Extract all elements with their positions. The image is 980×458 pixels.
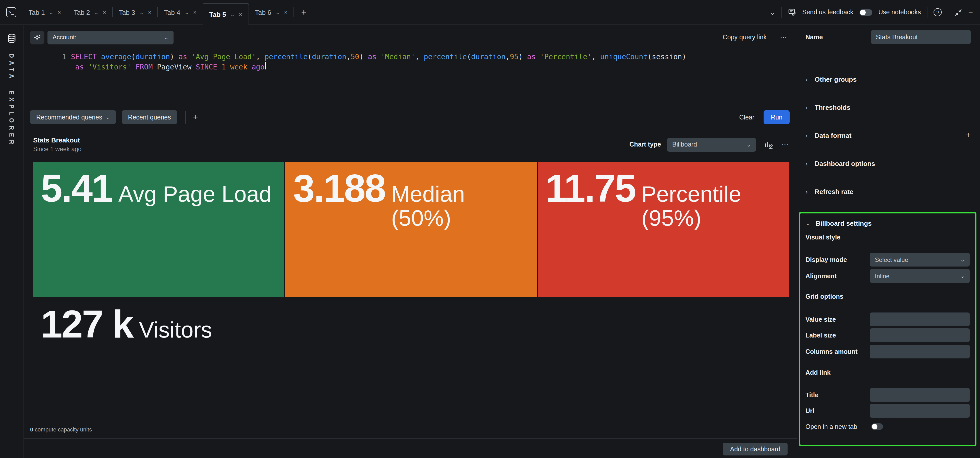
chevron-down-icon: ⌄ xyxy=(106,115,110,120)
columns-amount-label: Columns amount xyxy=(805,348,858,355)
chart-menu-icon[interactable]: ⋯ xyxy=(781,140,789,148)
open-new-tab-toggle[interactable] xyxy=(871,423,883,430)
chart-title-block: Stats Breakout Since 1 week ago xyxy=(33,136,81,153)
billboard-value: 127 k xyxy=(41,305,133,344)
chevron-down-icon[interactable]: ⌄ xyxy=(230,11,235,18)
send-feedback-link[interactable]: Send us feedback xyxy=(802,9,853,16)
close-icon[interactable]: × xyxy=(193,9,197,15)
query-editor[interactable]: 1 SELECT average(duration) as 'Avg Page … xyxy=(59,51,787,72)
account-dropdown[interactable]: Account: ⌄ xyxy=(48,30,173,44)
chevron-down-icon[interactable]: ⌄ xyxy=(49,9,54,16)
tab-label: Tab 5 xyxy=(209,10,226,18)
add-to-dashboard-button[interactable]: Add to dashboard xyxy=(723,443,788,455)
chart-header: Stats Breakout Since 1 week ago Chart ty… xyxy=(33,136,789,153)
compute-cost-text: 0 compute capacity units xyxy=(30,426,92,432)
group-thresholds[interactable]: › Thresholds xyxy=(805,100,971,114)
chevron-down-icon[interactable]: ⌄ xyxy=(94,9,99,16)
visual-style-section: Visual style xyxy=(805,230,970,244)
value-size-row: Value size xyxy=(805,313,970,326)
divider xyxy=(24,438,797,439)
grid-options-section: Grid options xyxy=(805,289,970,303)
group-label: Dashboard options xyxy=(815,160,875,167)
chevron-down-icon: ⌄ xyxy=(960,257,965,262)
chevron-down-icon: ⌄ xyxy=(805,220,816,227)
rail-title: DATA EXPLORER xyxy=(8,54,14,147)
label-size-input[interactable] xyxy=(870,328,970,342)
title-input[interactable] xyxy=(870,388,970,402)
billboard-card-visitors: 127 k Visitors xyxy=(33,305,789,344)
query-menu-icon[interactable]: ⋯ xyxy=(780,33,788,41)
sparkle-icon xyxy=(33,34,41,41)
help-icon[interactable]: ? xyxy=(934,8,942,16)
tab-2[interactable]: Tab 2 ⌄ × xyxy=(68,0,112,24)
url-input[interactable] xyxy=(870,404,970,418)
chevron-down-icon: ⌄ xyxy=(164,35,169,40)
database-icon[interactable] xyxy=(7,34,16,43)
compute-cost-value: 0 xyxy=(30,426,33,432)
display-mode-dropdown[interactable]: Select value ⌄ xyxy=(870,253,970,267)
chevron-right-icon: › xyxy=(805,160,815,167)
visual-style-label: Visual style xyxy=(805,234,840,241)
tab-5-active[interactable]: Tab 5 ⌄ × xyxy=(203,3,249,25)
query-text-line-2: as 'Visitors' FROM PageView SINCE 1 week… xyxy=(71,62,265,72)
grid-options-label: Grid options xyxy=(805,293,843,300)
chart-edit-icon[interactable] xyxy=(764,140,773,149)
billboard-cards: 5.41 Avg Page Load 3.188 Median (50%) 11… xyxy=(33,162,789,297)
toggle-knob xyxy=(860,10,865,15)
add-query-button[interactable]: + xyxy=(193,112,198,122)
tab-3[interactable]: Tab 3 ⌄ × xyxy=(113,0,158,24)
chevron-down-icon[interactable]: ⌄ xyxy=(770,8,775,16)
group-data-format[interactable]: › Data format + xyxy=(805,128,971,142)
billboard-card-avg-page-load: 5.41 Avg Page Load xyxy=(33,162,285,297)
columns-amount-input[interactable] xyxy=(870,345,970,358)
new-tab-button[interactable]: + xyxy=(294,0,313,24)
tab-strip: Tab 1 ⌄ × Tab 2 ⌄ × Tab 3 ⌄ × Tab 4 ⌄ × xyxy=(22,0,313,24)
group-refresh-rate[interactable]: › Refresh rate xyxy=(805,184,971,199)
billboard-settings-header[interactable]: ⌄ Billboard settings xyxy=(805,217,970,230)
chevron-down-icon[interactable]: ⌄ xyxy=(275,9,280,16)
group-dashboard-options[interactable]: › Dashboard options xyxy=(805,156,971,171)
close-icon[interactable]: × xyxy=(148,9,151,15)
chart-type-dropdown[interactable]: Billboard ⌄ xyxy=(667,137,756,152)
recent-queries-button[interactable]: Recent queries xyxy=(122,110,177,124)
tab-label: Tab 2 xyxy=(74,8,90,16)
alignment-dropdown[interactable]: Inline ⌄ xyxy=(870,269,970,283)
divider xyxy=(24,129,797,129)
billboard-label: Visitors xyxy=(139,318,212,342)
terminal-icon[interactable]: >_ xyxy=(6,7,16,18)
group-other-groups[interactable]: › Other groups xyxy=(805,72,971,86)
billboard-label: Median (50%) xyxy=(391,182,530,230)
tab-6[interactable]: Tab 6 ⌄ × xyxy=(249,0,293,24)
group-label: Thresholds xyxy=(815,104,850,111)
tab-label: Tab 1 xyxy=(29,8,45,16)
clear-button[interactable]: Clear xyxy=(739,113,754,121)
minimize-icon[interactable]: − xyxy=(968,8,973,17)
name-input[interactable] xyxy=(871,30,971,44)
add-data-format-button[interactable]: + xyxy=(966,130,971,140)
tab-4[interactable]: Tab 4 ⌄ × xyxy=(158,0,203,24)
close-icon[interactable]: × xyxy=(284,9,287,15)
tab-label: Tab 4 xyxy=(164,8,180,16)
chevron-right-icon: › xyxy=(805,104,815,111)
add-link-section: Add link xyxy=(805,365,970,379)
collapse-icon[interactable] xyxy=(955,8,962,16)
topbar-actions: ⌄ Send us feedback Use notebooks ? − xyxy=(770,0,973,24)
alignment-label: Alignment xyxy=(805,272,837,279)
chart-title: Stats Breakout xyxy=(33,136,81,144)
value-size-input[interactable] xyxy=(870,313,970,326)
recommended-queries-button[interactable]: Recommended queries ⌄ xyxy=(30,110,116,124)
tab-1[interactable]: Tab 1 ⌄ × xyxy=(22,0,67,24)
chevron-down-icon[interactable]: ⌄ xyxy=(184,9,189,16)
account-label: Account: xyxy=(52,34,164,41)
copy-query-link[interactable]: Copy query link xyxy=(723,34,767,41)
billboard-label: Avg Page Load xyxy=(118,182,272,206)
url-label: Url xyxy=(805,407,815,414)
run-button[interactable]: Run xyxy=(764,110,790,124)
close-icon[interactable]: × xyxy=(58,9,61,15)
chevron-down-icon[interactable]: ⌄ xyxy=(139,9,144,16)
close-icon[interactable]: × xyxy=(103,9,106,15)
use-notebooks-toggle[interactable] xyxy=(859,9,872,16)
close-icon[interactable]: × xyxy=(239,11,242,18)
ai-sparkle-button[interactable] xyxy=(30,30,45,44)
url-row: Url xyxy=(805,404,970,418)
